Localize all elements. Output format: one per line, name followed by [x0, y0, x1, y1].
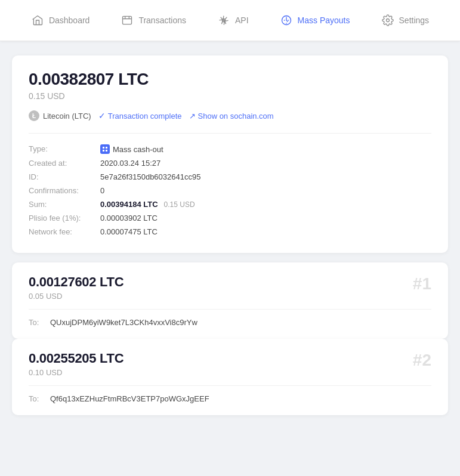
- nav-dashboard[interactable]: Dashboard: [26, 10, 95, 30]
- divider: [29, 133, 431, 134]
- nav-transactions[interactable]: Transactions: [116, 10, 191, 30]
- sub-to-row-1: To: Qf6q13xEZHuzFtmRBcV3ETP7poWGxJgEEF: [29, 394, 431, 403]
- status-label: Transaction complete: [108, 112, 182, 120]
- ltc-icon: Ł: [29, 110, 39, 121]
- confirmations-row: Confirmations: 0: [29, 184, 431, 197]
- primary-usd: 0.15 USD: [29, 91, 431, 101]
- nav-settings[interactable]: Settings: [376, 10, 434, 30]
- sum-usd: 0.15 USD: [164, 200, 195, 209]
- nav-transactions-label: Transactions: [138, 16, 186, 25]
- sum-values: 0.00394184 LTC 0.15 USD: [100, 200, 431, 209]
- sub-transaction-card-1: #2 0.00255205 LTC 0.10 USD To: Qf6q13xEZ…: [12, 339, 448, 415]
- nav-mass-payouts-label: Mass Payouts: [298, 16, 350, 25]
- network-fee-label: Network fee:: [29, 225, 100, 239]
- network-fee-row: Network fee: 0.00007475 LTC: [29, 225, 431, 239]
- primary-amount: 0.00382807 LTC: [29, 70, 431, 89]
- network-fee-value: 0.00007475 LTC: [100, 225, 431, 239]
- svg-point-3: [386, 19, 389, 22]
- id-value: 5e7a26f3150db6032641cc95: [100, 170, 431, 184]
- sub-divider-0: [29, 309, 431, 310]
- sub-transaction-card-0: #1 0.00127602 LTC 0.05 USD To: QUxujDPM6…: [12, 262, 448, 339]
- sub-amount-0: 0.00127602 LTC: [29, 274, 431, 290]
- id-label: ID:: [29, 170, 100, 184]
- sochain-label: Show on sochain.com: [198, 112, 274, 120]
- sum-row: Sum: 0.00394184 LTC 0.15 USD: [29, 197, 431, 211]
- nav-api[interactable]: API: [212, 10, 254, 30]
- confirmations-label: Confirmations:: [29, 184, 100, 197]
- sum-value: 0.00394184 LTC 0.15 USD: [100, 197, 431, 211]
- confirmations-value: 0: [100, 184, 431, 197]
- sub-index-1: #2: [413, 351, 431, 370]
- check-icon: ✓: [98, 111, 106, 120]
- id-row: ID: 5e7a26f3150db6032641cc95: [29, 170, 431, 184]
- svg-rect-5: [106, 147, 107, 149]
- sub-usd-1: 0.10 USD: [29, 368, 431, 377]
- plisio-fee-label: Plisio fee (1%):: [29, 211, 100, 225]
- settings-icon: [381, 14, 394, 27]
- sub-amount-1: 0.00255205 LTC: [29, 351, 431, 366]
- sub-transactions-container: #1 0.00127602 LTC 0.05 USD To: QUxujDPM6…: [12, 262, 448, 415]
- created-label: Created at:: [29, 156, 100, 170]
- mass-cashout-icon: [100, 144, 110, 154]
- main-content: 0.00382807 LTC 0.15 USD Ł Litecoin (LTC)…: [0, 41, 460, 429]
- nav-mass-payouts[interactable]: Mass Payouts: [275, 10, 355, 30]
- details-table: Type: Mass cash-out Created at: 2020.03.…: [29, 142, 431, 239]
- sum-ltc: 0.00394184 LTC: [100, 200, 158, 209]
- sub-divider-1: [29, 385, 431, 386]
- api-icon: [217, 14, 230, 27]
- sub-to-address-1: Qf6q13xEZHuzFtmRBcV3ETP7poWGxJgEEF: [50, 394, 209, 403]
- type-label: Type:: [29, 142, 100, 156]
- sochain-link[interactable]: ↗ Show on sochain.com: [189, 112, 274, 120]
- plisio-fee-value: 0.00003902 LTC: [100, 211, 431, 225]
- plisio-fee-row: Plisio fee (1%): 0.00003902 LTC: [29, 211, 431, 225]
- nav-settings-label: Settings: [399, 16, 430, 25]
- home-icon: [31, 14, 44, 27]
- external-link-icon: ↗: [189, 112, 196, 120]
- sub-usd-0: 0.05 USD: [29, 292, 431, 301]
- transactions-icon: [121, 14, 134, 27]
- primary-transaction-card: 0.00382807 LTC 0.15 USD Ł Litecoin (LTC)…: [12, 55, 448, 253]
- sub-to-label-1: To:: [29, 394, 45, 403]
- svg-rect-4: [103, 147, 104, 149]
- created-row: Created at: 2020.03.24 15:27: [29, 156, 431, 170]
- nav-api-label: API: [235, 16, 249, 25]
- currency-label: Litecoin (LTC): [43, 112, 91, 120]
- navigation: Dashboard Transactions API Mass Payouts …: [0, 0, 460, 41]
- nav-dashboard-label: Dashboard: [49, 16, 90, 25]
- svg-rect-7: [106, 150, 107, 152]
- mass-payouts-icon: [280, 14, 293, 27]
- sum-label: Sum:: [29, 197, 100, 211]
- transaction-status: ✓ Transaction complete: [98, 111, 182, 120]
- type-value: Mass cash-out: [100, 142, 431, 156]
- created-value: 2020.03.24 15:27: [100, 156, 431, 170]
- sub-to-address-0: QUxujDPM6yiW9ket7L3CKh4vxxVi8c9rYw: [50, 318, 197, 327]
- sub-index-0: #1: [413, 274, 431, 293]
- sub-to-row-0: To: QUxujDPM6yiW9ket7L3CKh4vxxVi8c9rYw: [29, 318, 431, 327]
- type-badge: Mass cash-out: [100, 144, 163, 154]
- sub-to-label-0: To:: [29, 318, 45, 327]
- svg-rect-6: [103, 150, 104, 152]
- currency-badge: Ł Litecoin (LTC): [29, 110, 91, 121]
- type-row: Type: Mass cash-out: [29, 142, 431, 156]
- status-row: Ł Litecoin (LTC) ✓ Transaction complete …: [29, 110, 431, 121]
- svg-rect-0: [123, 16, 132, 24]
